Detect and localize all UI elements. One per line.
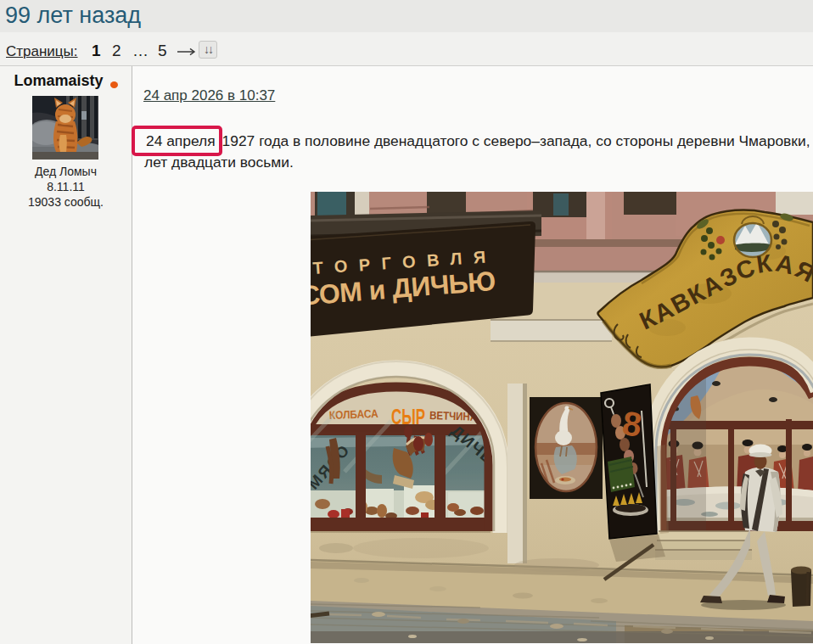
svg-text:СЫР: СЫР [391,404,425,429]
